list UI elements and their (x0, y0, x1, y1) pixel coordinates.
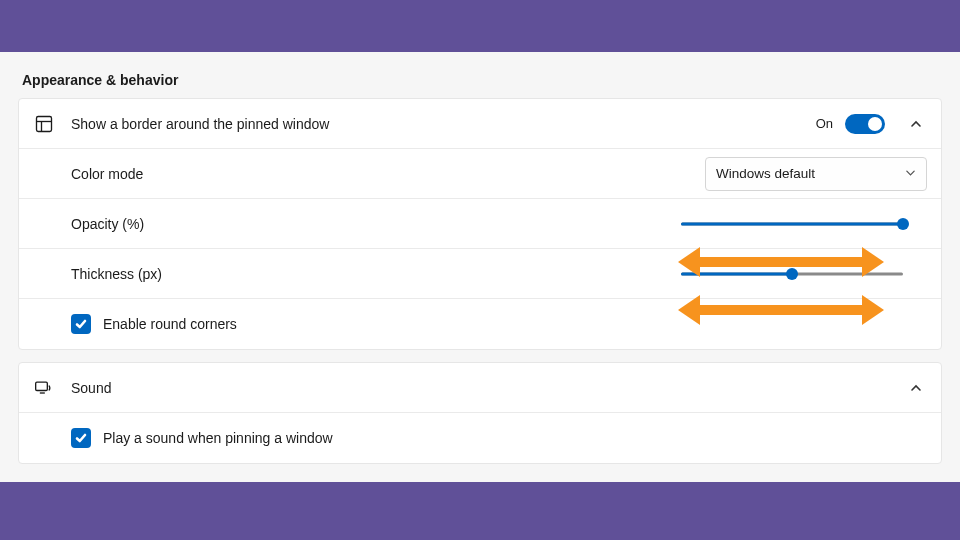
sound-title: Sound (71, 380, 111, 396)
border-header-row[interactable]: Show a border around the pinned window O… (19, 99, 941, 149)
border-icon (33, 113, 55, 135)
sound-header-row[interactable]: Sound (19, 363, 941, 413)
border-card: Show a border around the pinned window O… (18, 98, 942, 350)
chevron-down-icon (905, 166, 916, 181)
thickness-label: Thickness (px) (71, 266, 162, 282)
opacity-row: Opacity (%) (19, 199, 941, 249)
round-corners-checkbox[interactable] (71, 314, 91, 334)
collapse-chevron-icon[interactable] (905, 113, 927, 135)
color-mode-value: Windows default (716, 166, 815, 181)
opacity-label: Opacity (%) (71, 216, 144, 232)
svg-rect-0 (37, 116, 52, 131)
svg-rect-1 (36, 382, 48, 390)
thickness-row: Thickness (px) (19, 249, 941, 299)
round-corners-label: Enable round corners (103, 316, 237, 332)
collapse-chevron-icon[interactable] (905, 377, 927, 399)
border-title: Show a border around the pinned window (71, 116, 329, 132)
play-sound-label: Play a sound when pinning a window (103, 430, 333, 446)
border-toggle[interactable] (845, 114, 885, 134)
opacity-slider[interactable] (681, 213, 903, 235)
sound-card: Sound Play a sound when pinning a window (18, 362, 942, 464)
toggle-state-label: On (816, 116, 833, 131)
color-mode-label: Color mode (71, 166, 143, 182)
play-sound-row[interactable]: Play a sound when pinning a window (19, 413, 941, 463)
color-mode-row: Color mode Windows default (19, 149, 941, 199)
settings-panel: Appearance & behavior Show a border arou… (0, 52, 960, 482)
thickness-slider[interactable] (681, 263, 903, 285)
play-sound-checkbox[interactable] (71, 428, 91, 448)
round-corners-row[interactable]: Enable round corners (19, 299, 941, 349)
sound-icon (33, 377, 55, 399)
section-title: Appearance & behavior (22, 72, 942, 88)
color-mode-dropdown[interactable]: Windows default (705, 157, 927, 191)
